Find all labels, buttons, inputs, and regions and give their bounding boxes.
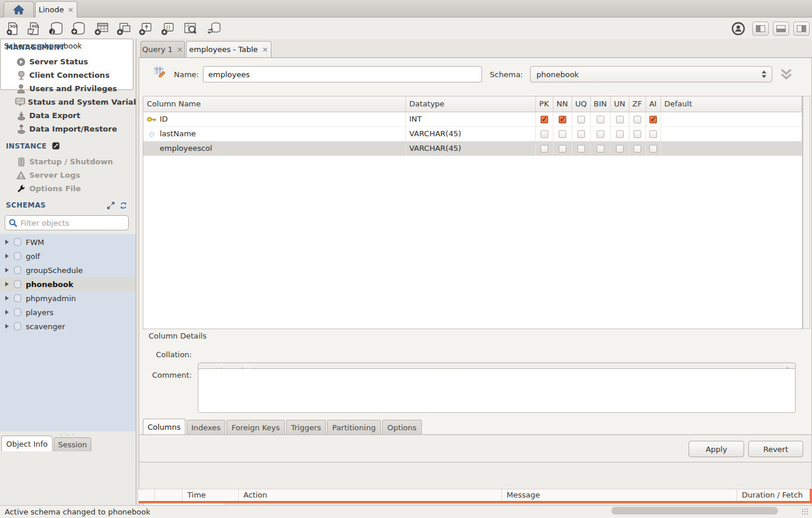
schema-filter-input[interactable] [20, 219, 120, 227]
create-table-icon[interactable] [94, 21, 110, 36]
uq-checkbox[interactable] [577, 130, 585, 138]
schema-filter[interactable] [5, 215, 129, 230]
col-header-default[interactable]: Default [660, 96, 802, 112]
nn-checkbox[interactable] [559, 116, 566, 123]
pk-checkbox[interactable] [541, 130, 548, 138]
schema-select[interactable]: phonebook [530, 66, 772, 82]
sidebar-item-client-connections[interactable]: Client Connections [0, 68, 136, 82]
grid-vertical-scrollbar[interactable] [803, 96, 810, 329]
pk-checkbox[interactable] [541, 116, 548, 123]
tab-foreign-keys[interactable]: Foreign Keys [226, 420, 285, 434]
ai-checkbox[interactable] [649, 116, 657, 123]
zf-checkbox[interactable] [634, 116, 641, 123]
schema-item-groupschedule[interactable]: groupSchedule [0, 263, 136, 277]
sidebar-item-options-file[interactable]: Options File [0, 182, 136, 195]
tab-indexes[interactable]: Indexes [187, 420, 225, 434]
expand-arrow-icon[interactable] [5, 324, 9, 329]
col-header-ai[interactable]: AI [645, 96, 660, 112]
expand-form-chevron-icon[interactable] [779, 67, 794, 82]
tab-partitioning[interactable]: Partitioning [327, 420, 381, 434]
sidebar-item-startup-shutdown[interactable]: Startup / Shutdown [0, 155, 136, 168]
uq-checkbox[interactable] [577, 116, 585, 123]
schema-item-golf[interactable]: golf [0, 249, 136, 263]
expand-arrow-icon[interactable] [5, 296, 9, 301]
apply-button[interactable]: Apply [689, 441, 744, 457]
sidebar-item-system-variables[interactable]: Status and System Variables [0, 95, 136, 109]
pk-checkbox[interactable] [541, 145, 548, 153]
expand-schemas-icon[interactable] [107, 202, 115, 209]
create-function-icon[interactable]: () [160, 21, 177, 36]
col-header-nn[interactable]: NN [553, 96, 572, 112]
ai-checkbox[interactable] [649, 130, 657, 138]
sidebar-item-users-privileges[interactable]: Users and Privileges [0, 82, 136, 95]
create-view-icon[interactable] [116, 21, 132, 36]
col-header-bin[interactable]: BIN [590, 96, 610, 112]
sidebar-item-data-export[interactable]: Data Export [0, 109, 136, 122]
ai-checkbox[interactable] [649, 145, 657, 153]
tab-triggers[interactable]: Triggers [286, 420, 326, 434]
nn-checkbox[interactable] [559, 130, 566, 138]
bin-checkbox[interactable] [597, 116, 604, 123]
table-row-lastname[interactable]: ◇lastName VARCHAR(45) [143, 126, 802, 141]
close-icon[interactable]: × [262, 45, 269, 54]
refresh-schemas-icon[interactable] [119, 202, 128, 209]
bin-checkbox[interactable] [597, 130, 604, 138]
col-header-pk[interactable]: PK [535, 96, 553, 112]
col-header-zf[interactable]: ZF [629, 96, 645, 112]
tab-options[interactable]: Options [382, 420, 422, 434]
tab-columns[interactable]: Columns [143, 419, 185, 434]
schema-item-phonebook[interactable]: phonebook [0, 277, 136, 291]
revert-button[interactable]: Revert [748, 441, 803, 457]
schema-item-scavenger[interactable]: scavenger [0, 319, 136, 333]
toggle-bottom-panel-button[interactable] [773, 22, 789, 36]
home-tab[interactable] [4, 1, 34, 18]
expand-arrow-icon[interactable] [5, 310, 9, 315]
connection-tab[interactable]: Linode × [35, 1, 77, 18]
tab-session[interactable]: Session [54, 437, 91, 451]
output-col-time[interactable]: Time [183, 489, 239, 502]
output-col-message[interactable]: Message [502, 489, 737, 502]
output-col-duration[interactable]: Duration / Fetch [737, 489, 811, 502]
search-table-data-icon[interactable] [183, 21, 199, 36]
uq-checkbox[interactable] [577, 145, 585, 153]
un-checkbox[interactable] [616, 145, 624, 153]
tab-employees-table[interactable]: employees - Table × [186, 41, 271, 57]
new-sql-tab-icon[interactable]: SQL [5, 21, 21, 36]
table-row-id[interactable]: ID INT [143, 112, 802, 126]
expand-arrow-icon[interactable] [5, 282, 9, 286]
expand-arrow-icon[interactable] [5, 268, 9, 272]
open-sql-script-icon[interactable]: SQL [26, 21, 42, 36]
horizontal-scrollbar-thumb[interactable] [611, 507, 778, 514]
toggle-right-panel-button[interactable] [793, 22, 810, 36]
tab-query-1[interactable]: Query 1 × [140, 41, 185, 57]
close-icon[interactable]: × [67, 5, 74, 14]
col-header-datatype[interactable]: Datatype [405, 96, 535, 112]
resize-grip[interactable] [801, 508, 808, 515]
schema-item-phpmyadmin[interactable]: phpmyadmin [0, 291, 136, 305]
un-checkbox[interactable] [616, 130, 624, 138]
comment-textarea[interactable] [198, 368, 796, 413]
un-checkbox[interactable] [616, 116, 624, 123]
sidebar-item-server-logs[interactable]: Server Logs [0, 168, 136, 182]
col-header-un[interactable]: UN [610, 96, 629, 112]
toggle-left-panel-button[interactable] [752, 22, 769, 36]
sidebar-item-data-import[interactable]: Data Import/Restore [0, 122, 136, 136]
zf-checkbox[interactable] [634, 130, 641, 138]
sidebar-item-server-status[interactable]: Server Status [0, 55, 136, 68]
schema-item-players[interactable]: players [0, 305, 136, 319]
output-col-action[interactable]: Action [239, 489, 502, 502]
reconnect-dbms-icon[interactable] [206, 21, 222, 36]
tab-object-info[interactable]: Object Info [1, 436, 53, 451]
expand-arrow-icon[interactable] [5, 254, 9, 258]
schema-item-fwm[interactable]: FWM [0, 235, 136, 249]
col-header-column-name[interactable]: Column Name [143, 96, 405, 112]
table-name-input[interactable] [203, 66, 482, 82]
zf-checkbox[interactable] [634, 145, 641, 153]
table-row-employeescol[interactable]: employeescol VARCHAR(45) [143, 141, 802, 156]
col-header-uq[interactable]: UQ [572, 96, 590, 112]
create-schema-icon[interactable] [70, 21, 87, 36]
bin-checkbox[interactable] [597, 145, 604, 153]
nn-checkbox[interactable] [559, 145, 566, 153]
expand-arrow-icon[interactable] [5, 240, 9, 244]
database-inspector-icon[interactable]: i [48, 21, 64, 36]
